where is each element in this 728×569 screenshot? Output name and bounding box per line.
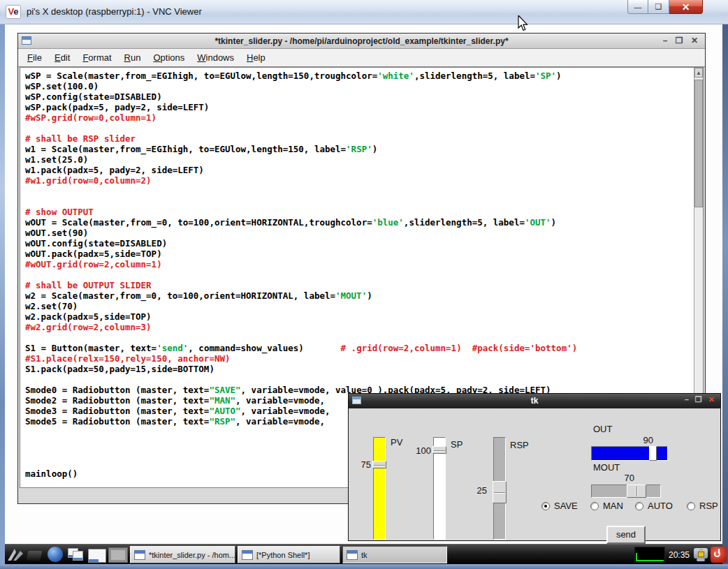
tk-close-icon[interactable]: ✕	[708, 395, 717, 404]
send-button[interactable]: send	[606, 526, 646, 544]
mout-slider-trough[interactable]	[591, 485, 661, 498]
task-button-label: tk	[361, 551, 367, 559]
vnc-logo-icon: Ve	[6, 5, 21, 19]
screen-lock-icon[interactable]	[693, 547, 708, 563]
mout-label: MOUT	[593, 462, 620, 473]
code-line	[20, 332, 693, 343]
code-line: # shall be OUTPUT SLIDER	[20, 280, 693, 290]
scrollbar-thumb[interactable]	[694, 80, 703, 207]
file-manager-icon[interactable]	[27, 547, 44, 563]
code-line: wSP.set(100.0)	[20, 81, 693, 91]
tk-app-window: tk – ❒ ✕ 75 PV 100 SP 25 RSP OUT 90	[348, 393, 721, 541]
code-line: wOUT.pack(padx=5,side=TOP)	[20, 249, 693, 259]
code-line: #w2.grid(row=2,column=3)	[20, 322, 693, 332]
power-button-icon[interactable]	[711, 547, 727, 563]
mout-value: 70	[616, 473, 634, 483]
mode-radio-group: SAVEMANAUTORSP	[349, 501, 720, 513]
tk-body: 75 PV 100 SP 25 RSP OUT 90 MOUT 70	[349, 408, 720, 540]
vnc-border-right	[722, 24, 728, 569]
out-label: OUT	[593, 424, 612, 434]
radio-circle-icon[interactable]	[590, 502, 599, 510]
radio-label: RSP	[699, 501, 718, 511]
task-window-icon	[242, 550, 253, 560]
editor-window-controls[interactable]: – ❒ ✕	[663, 36, 701, 45]
menu-file[interactable]: File	[21, 50, 48, 65]
radio-label: AUTO	[648, 501, 673, 511]
mout-slider-handle[interactable]	[627, 485, 646, 498]
vnc-window-title: pi's X desktop (raspberrypi:1) - VNC Vie…	[27, 6, 202, 17]
pv-slider-trough[interactable]	[373, 437, 386, 540]
editor-title: *tkinter_slider.py - /home/pi/arduinopro…	[18, 36, 705, 46]
web-browser-icon[interactable]	[48, 547, 64, 563]
code-line	[20, 123, 693, 133]
pv-slider-handle[interactable]	[372, 461, 386, 468]
code-line: w1 = Scale(master,from_=EGIhigh, to=EGUl…	[20, 144, 693, 154]
radio-circle-icon[interactable]	[635, 502, 643, 510]
code-line: w2 = Scale(master,from_=0, to=100,orient…	[20, 290, 693, 301]
radio-circle-icon[interactable]	[687, 502, 695, 510]
taskbar-clock: 20:35	[669, 550, 691, 560]
code-line: wOUT.config(state=DISABLED)	[20, 238, 693, 249]
menu-edit[interactable]: Edit	[48, 50, 76, 65]
code-line: w1.set(25.0)	[20, 154, 693, 165]
windows-pair-icon[interactable]	[68, 547, 85, 563]
code-line: #wOUT.grid(row=2,column=1)	[20, 259, 693, 269]
vnc-border-bottom	[0, 564, 728, 569]
radio-rsp[interactable]: RSP	[687, 501, 718, 511]
sp-value: 100	[409, 445, 431, 456]
tk-window-controls[interactable]: – ❒ ✕	[685, 395, 717, 404]
code-line	[20, 269, 693, 280]
code-line: S1.pack(padx=50,pady=15,side=BOTTOM)	[20, 364, 693, 374]
tk-titlebar[interactable]: tk – ❒ ✕	[349, 394, 720, 408]
menu-help[interactable]: Help	[240, 50, 272, 65]
out-value: 90	[635, 435, 653, 445]
minimize-button[interactable]: —	[627, 0, 648, 14]
radio-save[interactable]: SAVE	[541, 501, 578, 511]
pv-value: 75	[353, 459, 371, 470]
code-line: #wSP.grid(row=0,column=1)	[20, 112, 693, 123]
menu-windows[interactable]: Windows	[191, 50, 240, 65]
task-window-icon	[134, 550, 145, 560]
scroll-up-icon[interactable]: ▲	[694, 68, 703, 77]
editor-menubar: FileEditFormatRunOptionsWindowsHelp	[18, 49, 705, 67]
code-line	[20, 374, 693, 385]
maximize-button[interactable]: ❑	[648, 0, 669, 14]
code-line: wOUT.set(90)	[20, 228, 693, 238]
close-button[interactable]: ✕	[669, 0, 703, 14]
code-line	[20, 196, 693, 207]
code-line: w2.pack(padx=5,side=TOP)	[20, 311, 693, 322]
task-button[interactable]: [*Python Shell*]	[238, 546, 340, 563]
code-line: wSP = Scale(master,from_=EGIhigh, to=EGU…	[20, 71, 693, 81]
tk-title: tk	[349, 396, 720, 406]
menu-options[interactable]: Options	[147, 50, 191, 65]
editor-titlebar[interactable]: *tkinter_slider.py - /home/pi/arduinopro…	[18, 34, 705, 49]
show-desktop-icon[interactable]	[88, 547, 105, 563]
task-button-label: *tkinter_slider.py - /hom...	[149, 551, 235, 559]
radio-auto[interactable]: AUTO	[635, 501, 673, 511]
radio-man[interactable]: MAN	[590, 501, 623, 511]
workspace-pager[interactable]	[108, 547, 128, 563]
radio-label: SAVE	[554, 501, 578, 511]
radio-circle-icon[interactable]	[541, 502, 550, 510]
pv-label: PV	[391, 437, 402, 448]
cpu-monitor	[634, 547, 665, 563]
task-button[interactable]: tk	[342, 546, 447, 563]
task-button-label: [*Python Shell*]	[256, 551, 310, 559]
task-window-icon	[347, 550, 358, 560]
code-line: #S1.place(relx=150,rely=150, anchor=NW)	[20, 353, 693, 364]
out-slider-handle[interactable]	[649, 446, 657, 461]
sp-slider-handle[interactable]	[432, 446, 446, 454]
mouse-cursor	[518, 15, 529, 35]
code-line: wSP.config(state=DISABLED)	[20, 91, 693, 102]
task-button[interactable]: *tkinter_slider.py - /hom...	[130, 546, 235, 563]
code-line: #w1.grid(row=0,column=2)	[20, 175, 693, 186]
code-line: w2.set(70)	[20, 301, 693, 311]
vnc-viewer-window: Ve pi's X desktop (raspberrypi:1) - VNC …	[0, 0, 728, 569]
taskbar: *tkinter_slider.py - /hom...[*Python She…	[5, 544, 722, 564]
vnc-border-left	[0, 24, 5, 569]
code-line: wSP.pack(padx=5, pady=2, side=LEFT)	[20, 102, 693, 112]
lxde-menu-icon[interactable]	[7, 547, 24, 563]
rsp-value: 25	[469, 485, 487, 496]
menu-run[interactable]: Run	[118, 50, 147, 65]
menu-format[interactable]: Format	[76, 50, 117, 65]
